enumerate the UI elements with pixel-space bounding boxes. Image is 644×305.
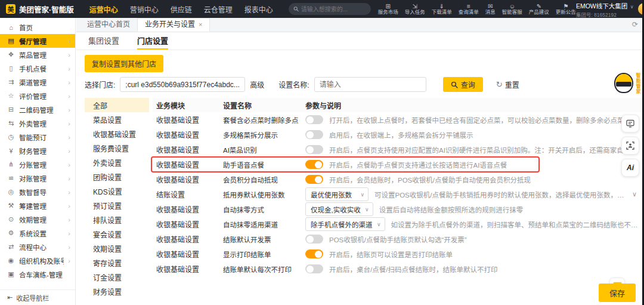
chevron-right-icon: › <box>68 189 70 196</box>
global-search[interactable] <box>289 3 371 15</box>
quick-item-label: 更新公告 <box>556 10 576 16</box>
row-param-cell: 最优使用张数可设置POS收银机/点餐助手核销抵用券时的默认使用张数，选择最优使用… <box>305 187 640 201</box>
copy-settings-button[interactable]: 复制设置到其他门店 <box>85 55 163 72</box>
advanced-link[interactable]: 高级 <box>250 79 264 90</box>
category-item-14[interactable]: 财务设置 <box>85 284 149 298</box>
global-search-input[interactable] <box>301 6 366 13</box>
sidebar-item-14[interactable]: ⚒筹建管理› <box>0 199 75 212</box>
toggle-on[interactable] <box>305 160 323 169</box>
category-item-9[interactable]: 排队设置 <box>85 212 149 227</box>
category-item-10[interactable]: 宴会设置 <box>85 227 149 241</box>
sidebar-item-5[interactable]: ⇉渠道管理› <box>0 75 75 89</box>
save-button[interactable]: 保存 <box>599 284 636 302</box>
org-switcher[interactable]: EMOW线下大集团 ∨ 集团号: 81652192 <box>576 0 634 18</box>
category-item-8[interactable]: 预订设置 <box>85 198 149 212</box>
expand-chevron-icon[interactable]: ∨ <box>632 190 637 198</box>
tab-1[interactable]: 运营中心首页 <box>80 18 137 32</box>
sidebar-item-17[interactable]: ⇄流程中心› <box>0 240 75 254</box>
smart-assistant-mascot[interactable]: 智能管家 <box>614 73 641 94</box>
toggle-off[interactable] <box>305 264 323 273</box>
collapse-label: 收起导航栏 <box>16 293 49 303</box>
select-dropdown[interactable]: 除手机点餐外的渠道 <box>305 217 385 231</box>
subtabs: 集团设置门店设置 <box>76 32 644 50</box>
sidebar-item-4[interactable]: ▯手机点餐› <box>0 61 75 75</box>
org-name[interactable]: EMOW线下大集团 <box>576 2 627 10</box>
row-param-cell: 开启后，结账页可以设置是否打印结账单 <box>305 249 640 259</box>
quick-item-1[interactable]: ⊞服务市场 <box>378 3 398 16</box>
reset-button[interactable]: ↻ 重置 <box>496 79 519 90</box>
collapse-nav-button[interactable]: ⇤ 收起导航栏 <box>0 289 75 305</box>
category-item-13[interactable]: 订金设置 <box>85 270 149 284</box>
message-icon: ✉ <box>488 3 493 10</box>
sidebar-item-10[interactable]: ¥财务管理› <box>0 144 75 158</box>
row-setting-name: 显示打印结账单 <box>223 249 305 259</box>
toggle-on[interactable] <box>305 249 323 258</box>
tab-2[interactable]: 业务开关与设置× <box>137 18 210 32</box>
category-item-2[interactable]: 菜品设置 <box>85 112 149 127</box>
subtab-1[interactable]: 集团设置 <box>88 32 119 50</box>
sidebar-item-11[interactable]: ⋔分账管理› <box>0 158 75 171</box>
settings-category-menu: 全部菜品设置收银基础设置服务费设置外卖设置团购设置KDS设置预订设置排队设置宴会… <box>85 98 149 305</box>
quick-item-label: 导入任务 <box>405 10 425 16</box>
select-dropdown[interactable]: 最优使用张数 <box>305 187 369 201</box>
query-label: 查询 <box>461 79 475 90</box>
quick-item-7[interactable]: ✎产品建议 <box>529 3 549 16</box>
ai-fab[interactable]: Ai <box>621 159 639 177</box>
sidebar-item-2[interactable]: ▤餐厅管理› <box>0 34 75 48</box>
quick-item-label: 查询清单 <box>459 10 479 16</box>
category-item-7[interactable]: KDS设置 <box>85 184 149 198</box>
quick-item-2[interactable]: ⇲导入任务 <box>405 3 425 16</box>
sidebar-item-12[interactable]: ≌对账管理› <box>0 171 75 185</box>
category-item-5[interactable]: 外卖设置 <box>85 155 149 170</box>
category-item-4[interactable]: 服务费设置 <box>85 141 149 155</box>
toggle-off[interactable] <box>305 235 323 244</box>
category-item-12[interactable]: 寄存设置 <box>85 255 149 270</box>
top-nav-item-5[interactable]: 报表中心 <box>244 4 273 14</box>
quick-item-3[interactable]: ⇓下载清单 <box>432 3 452 16</box>
select-dropdown[interactable]: 仅现金,实收实收 <box>305 202 373 216</box>
row-param-cell: 开启后，点餐助手点餐页支持通过长按话筒进行AI语音点餐 <box>305 160 640 170</box>
toggle-off[interactable] <box>305 115 323 124</box>
category-item-11[interactable]: 效期设置 <box>85 241 149 255</box>
category-item-1[interactable]: 全部 <box>85 98 149 112</box>
top-nav-item-4[interactable]: 云仓管理 <box>204 4 233 14</box>
quick-item-8[interactable]: ⚑更新公告 <box>556 3 576 16</box>
sidebar-item-9[interactable]: ◷智能预订› <box>0 130 75 144</box>
quick-item-label: 消息 <box>485 10 496 16</box>
sidebar-item-6[interactable]: ☆评价管理› <box>0 89 75 103</box>
quick-item-6[interactable]: ☺智能客服 <box>502 3 522 16</box>
sidebar-item-3[interactable]: ❖菜品管理› <box>0 48 75 61</box>
sidebar-item-icon: ▯ <box>7 64 15 72</box>
sidebar-item-16[interactable]: ⚙系统设置› <box>0 226 75 240</box>
scan-fab[interactable] <box>621 137 639 155</box>
chevron-right-icon: › <box>68 257 70 264</box>
toggle-off[interactable] <box>305 130 323 139</box>
top-nav-item-2[interactable]: 营销中心 <box>130 4 159 14</box>
sidebar-item-15[interactable]: ⊙效期管理› <box>0 212 75 226</box>
sidebar-item-7[interactable]: ⊟二维码管理› <box>0 103 75 116</box>
board-fab[interactable] <box>621 115 639 133</box>
sidebar-item-8[interactable]: ⇆外卖管理› <box>0 116 75 130</box>
top-nav-item-1[interactable]: 运营中心 <box>89 4 118 14</box>
sidebar-item-18[interactable]: ◉组织机构及账号› <box>0 254 75 267</box>
sidebar-item-19[interactable]: ▣合车演练-管理 <box>0 267 75 281</box>
quick-item-label: 产品建议 <box>529 10 549 16</box>
suggestion-icon: ✎ <box>537 3 541 10</box>
close-icon[interactable]: × <box>199 18 202 32</box>
category-item-3[interactable]: 收银基础设置 <box>85 127 149 141</box>
category-item-6[interactable]: 团购设置 <box>85 170 149 184</box>
quick-item-4[interactable]: ≡查询清单 <box>459 3 479 16</box>
sidebar-item-1[interactable]: ⌂首页 <box>0 20 75 34</box>
sidebar-item-label: 首页 <box>19 23 70 32</box>
store-input[interactable] <box>120 77 245 92</box>
subtab-2[interactable]: 门店设置 <box>137 32 168 50</box>
query-button[interactable]: 查询 <box>443 77 483 92</box>
tabbar-refresh-icon[interactable]: ⟳ <box>632 20 638 29</box>
quick-item-5[interactable]: ✉消息 <box>485 3 496 16</box>
toggle-off[interactable] <box>305 145 323 154</box>
tabbar: 运营中心首页业务开关与设置×⟳ <box>76 18 644 32</box>
top-nav-item-3[interactable]: 供应链 <box>171 4 192 14</box>
sidebar-item-13[interactable]: ◎数智督导› <box>0 185 75 199</box>
toggle-on[interactable] <box>305 175 323 184</box>
setting-name-input[interactable] <box>314 77 426 92</box>
